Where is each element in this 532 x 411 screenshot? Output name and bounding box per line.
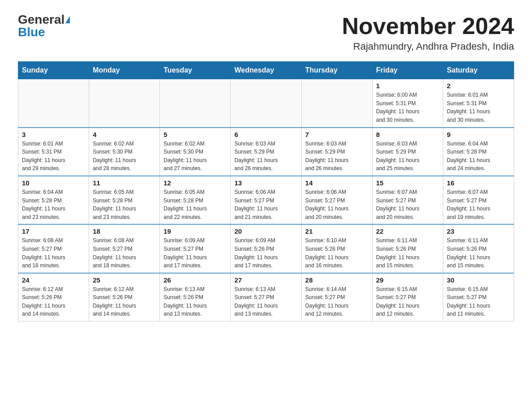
day-number: 1 — [376, 82, 439, 90]
day-number: 23 — [447, 227, 510, 235]
header-sunday: Sunday — [18, 62, 89, 79]
day-number: 18 — [93, 227, 156, 235]
day-info: Sunrise: 6:15 AMSunset: 5:27 PMDaylight:… — [447, 285, 510, 318]
day-info: Sunrise: 6:11 AMSunset: 5:26 PMDaylight:… — [376, 236, 439, 270]
day-number: 21 — [305, 227, 369, 235]
table-row: 24Sunrise: 6:12 AMSunset: 5:26 PMDayligh… — [18, 273, 89, 321]
day-number: 5 — [163, 131, 227, 138]
table-row: 4Sunrise: 6:02 AMSunset: 5:30 PMDaylight… — [89, 128, 160, 176]
day-number: 14 — [305, 179, 369, 187]
table-row: 20Sunrise: 6:09 AMSunset: 5:26 PMDayligh… — [231, 224, 301, 273]
day-number: 7 — [305, 131, 369, 138]
table-row — [160, 79, 231, 128]
day-number: 30 — [447, 276, 510, 284]
table-row: 27Sunrise: 6:13 AMSunset: 5:27 PMDayligh… — [231, 273, 301, 321]
day-info: Sunrise: 6:05 AMSunset: 5:28 PMDaylight:… — [163, 188, 227, 221]
table-row: 3Sunrise: 6:01 AMSunset: 5:31 PMDaylight… — [18, 128, 89, 176]
header-wednesday: Wednesday — [231, 62, 301, 79]
header-thursday: Thursday — [301, 62, 372, 79]
table-row: 30Sunrise: 6:15 AMSunset: 5:27 PMDayligh… — [443, 273, 514, 321]
month-title: November 2024 — [342, 13, 514, 39]
weekday-header-row: Sunday Monday Tuesday Wednesday Thursday… — [18, 62, 514, 79]
page-header: General Blue November 2024 Rajahmundry, … — [18, 13, 514, 52]
day-number: 11 — [93, 179, 156, 187]
day-info: Sunrise: 6:12 AMSunset: 5:26 PMDaylight:… — [93, 285, 156, 318]
day-number: 27 — [234, 276, 297, 284]
day-number: 8 — [376, 131, 439, 138]
day-info: Sunrise: 6:04 AMSunset: 5:28 PMDaylight:… — [447, 140, 510, 173]
day-info: Sunrise: 6:09 AMSunset: 5:26 PMDaylight:… — [234, 236, 297, 270]
day-info: Sunrise: 6:03 AMSunset: 5:29 PMDaylight:… — [305, 140, 369, 173]
calendar-table: Sunday Monday Tuesday Wednesday Thursday… — [18, 61, 514, 321]
logo: General Blue — [18, 13, 70, 39]
table-row: 17Sunrise: 6:08 AMSunset: 5:27 PMDayligh… — [18, 224, 89, 273]
calendar-week-row: 3Sunrise: 6:01 AMSunset: 5:31 PMDaylight… — [18, 128, 514, 176]
logo-triangle-icon — [65, 16, 70, 23]
table-row: 28Sunrise: 6:14 AMSunset: 5:27 PMDayligh… — [301, 273, 372, 321]
table-row: 14Sunrise: 6:06 AMSunset: 5:27 PMDayligh… — [301, 176, 372, 224]
day-info: Sunrise: 6:02 AMSunset: 5:30 PMDaylight:… — [163, 140, 227, 173]
day-info: Sunrise: 6:07 AMSunset: 5:27 PMDaylight:… — [447, 188, 510, 221]
day-number: 4 — [93, 131, 156, 138]
day-info: Sunrise: 6:04 AMSunset: 5:28 PMDaylight:… — [22, 188, 85, 221]
table-row: 1Sunrise: 6:00 AMSunset: 5:31 PMDaylight… — [372, 79, 443, 128]
day-number: 24 — [22, 276, 85, 284]
day-info: Sunrise: 6:03 AMSunset: 5:29 PMDaylight:… — [234, 140, 297, 173]
day-info: Sunrise: 6:10 AMSunset: 5:26 PMDaylight:… — [305, 236, 369, 270]
calendar-title-area: November 2024 Rajahmundry, Andhra Prades… — [342, 13, 514, 52]
calendar-week-row: 1Sunrise: 6:00 AMSunset: 5:31 PMDaylight… — [18, 79, 514, 128]
day-info: Sunrise: 6:08 AMSunset: 5:27 PMDaylight:… — [93, 236, 156, 270]
table-row: 11Sunrise: 6:05 AMSunset: 5:28 PMDayligh… — [89, 176, 160, 224]
day-info: Sunrise: 6:03 AMSunset: 5:29 PMDaylight:… — [376, 140, 439, 173]
day-info: Sunrise: 6:11 AMSunset: 5:26 PMDaylight:… — [447, 236, 510, 270]
header-tuesday: Tuesday — [160, 62, 231, 79]
table-row — [231, 79, 301, 128]
day-number: 13 — [234, 179, 297, 187]
table-row: 2Sunrise: 6:01 AMSunset: 5:31 PMDaylight… — [443, 79, 514, 128]
table-row: 9Sunrise: 6:04 AMSunset: 5:28 PMDaylight… — [443, 128, 514, 176]
day-number: 2 — [447, 82, 510, 90]
calendar-week-row: 17Sunrise: 6:08 AMSunset: 5:27 PMDayligh… — [18, 224, 514, 273]
day-info: Sunrise: 6:13 AMSunset: 5:26 PMDaylight:… — [163, 285, 227, 318]
header-saturday: Saturday — [443, 62, 514, 79]
day-number: 19 — [163, 227, 227, 235]
day-number: 20 — [234, 227, 297, 235]
calendar-week-row: 10Sunrise: 6:04 AMSunset: 5:28 PMDayligh… — [18, 176, 514, 224]
table-row: 6Sunrise: 6:03 AMSunset: 5:29 PMDaylight… — [231, 128, 301, 176]
logo-blue-text: Blue — [18, 26, 45, 39]
table-row: 29Sunrise: 6:15 AMSunset: 5:27 PMDayligh… — [372, 273, 443, 321]
day-info: Sunrise: 6:14 AMSunset: 5:27 PMDaylight:… — [305, 285, 369, 318]
day-number: 26 — [163, 276, 227, 284]
table-row: 23Sunrise: 6:11 AMSunset: 5:26 PMDayligh… — [443, 224, 514, 273]
table-row — [301, 79, 372, 128]
day-info: Sunrise: 6:07 AMSunset: 5:27 PMDaylight:… — [376, 188, 439, 221]
location-subtitle: Rajahmundry, Andhra Pradesh, India — [342, 41, 514, 52]
day-number: 9 — [447, 131, 510, 138]
header-friday: Friday — [372, 62, 443, 79]
table-row — [18, 79, 89, 128]
table-row: 18Sunrise: 6:08 AMSunset: 5:27 PMDayligh… — [89, 224, 160, 273]
day-info: Sunrise: 6:12 AMSunset: 5:26 PMDaylight:… — [22, 285, 85, 318]
day-info: Sunrise: 6:08 AMSunset: 5:27 PMDaylight:… — [22, 236, 85, 270]
table-row: 13Sunrise: 6:06 AMSunset: 5:27 PMDayligh… — [231, 176, 301, 224]
day-number: 16 — [447, 179, 510, 187]
day-info: Sunrise: 6:01 AMSunset: 5:31 PMDaylight:… — [22, 140, 85, 173]
day-info: Sunrise: 6:00 AMSunset: 5:31 PMDaylight:… — [376, 91, 439, 124]
calendar-week-row: 24Sunrise: 6:12 AMSunset: 5:26 PMDayligh… — [18, 273, 514, 321]
day-number: 15 — [376, 179, 439, 187]
day-info: Sunrise: 6:13 AMSunset: 5:27 PMDaylight:… — [234, 285, 297, 318]
day-number: 25 — [93, 276, 156, 284]
day-number: 17 — [22, 227, 85, 235]
logo-general-text: General — [18, 13, 64, 26]
day-info: Sunrise: 6:09 AMSunset: 5:27 PMDaylight:… — [163, 236, 227, 270]
table-row: 10Sunrise: 6:04 AMSunset: 5:28 PMDayligh… — [18, 176, 89, 224]
day-info: Sunrise: 6:01 AMSunset: 5:31 PMDaylight:… — [447, 91, 510, 124]
day-number: 22 — [376, 227, 439, 235]
day-number: 29 — [376, 276, 439, 284]
table-row: 8Sunrise: 6:03 AMSunset: 5:29 PMDaylight… — [372, 128, 443, 176]
day-number: 10 — [22, 179, 85, 187]
day-info: Sunrise: 6:02 AMSunset: 5:30 PMDaylight:… — [93, 140, 156, 173]
table-row: 5Sunrise: 6:02 AMSunset: 5:30 PMDaylight… — [160, 128, 231, 176]
day-number: 3 — [22, 131, 85, 138]
table-row — [89, 79, 160, 128]
